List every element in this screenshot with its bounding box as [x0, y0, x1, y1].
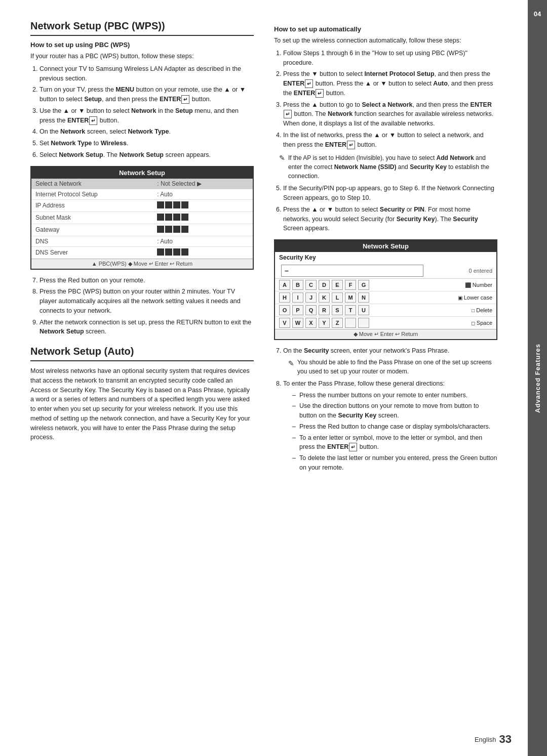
list-item: In the list of networks, press the ▲ or … — [283, 131, 497, 150]
key-D[interactable]: D — [319, 280, 330, 290]
table-row: H I J K L M N ▣ Lower case — [275, 291, 496, 304]
table-cell: V W X Y Z — [275, 317, 429, 329]
note-icon: ✎ — [288, 358, 294, 376]
key-W[interactable]: W — [292, 318, 303, 328]
key-A[interactable]: A — [279, 280, 290, 290]
key-action-space: ◻ Space — [429, 317, 496, 329]
list-item: Press the PBC (WPS) button on your route… — [40, 287, 254, 315]
key-X[interactable]: X — [305, 318, 317, 328]
security-key-footer: ◆ Move ↵ Enter ↩ Return — [275, 329, 496, 339]
auto-steps-list: Follow Steps 1 through 6 in the "How to … — [283, 49, 497, 150]
table-cell-value — [153, 212, 253, 224]
note-pass: ✎ You should be able to find the Pass Ph… — [288, 358, 497, 376]
table-row: A B C D E F G ⬛ Number — [275, 279, 496, 291]
table-cell: Security Key — [275, 252, 496, 263]
pbc-title: Network Setup (PBC (WPS)) — [30, 20, 254, 36]
note-text: If the AP is set to Hidden (Invisible), … — [288, 153, 497, 181]
list-item: Use the direction buttons on your remote… — [292, 401, 497, 421]
key-P[interactable]: P — [292, 305, 303, 315]
table-cell-label: DNS Server — [31, 246, 153, 259]
key-Y[interactable]: Y — [319, 318, 330, 328]
key-blank1[interactable] — [345, 318, 356, 328]
steps-7-8-list: On the Security screen, enter your netwo… — [283, 346, 497, 473]
page-footer: English 33 — [475, 733, 512, 746]
table-cell: 0 entered — [429, 263, 496, 279]
page-number: 33 — [499, 733, 512, 746]
list-item: Follow Steps 1 through 6 in the "How to … — [283, 49, 497, 68]
list-item: To enter the Pass Phrase, follow these g… — [283, 379, 497, 473]
pbc-intro: If your router has a PBC (WPS) button, f… — [30, 52, 254, 61]
list-item: Press the number buttons on your remote … — [292, 391, 497, 400]
subnet-blocks — [157, 214, 188, 221]
list-item: Set Network Type to Wireless. — [40, 139, 254, 148]
key-G[interactable]: G — [358, 280, 369, 290]
list-item: On the Security screen, enter your netwo… — [283, 346, 497, 376]
table-cell-value — [153, 246, 253, 259]
key-V[interactable]: V — [279, 318, 290, 328]
key-N[interactable]: N — [358, 292, 369, 303]
dns-blocks — [157, 248, 188, 256]
table-cell-label: IP Address — [31, 199, 153, 212]
table-cell-value — [153, 199, 253, 212]
key-O[interactable]: O — [279, 305, 290, 315]
list-item: Turn on your TV, press the MENU button o… — [40, 85, 254, 104]
key-L[interactable]: L — [332, 292, 343, 303]
pbc-steps-list: Connect your TV to Samsung Wireless LAN … — [40, 64, 254, 160]
key-S[interactable]: S — [332, 305, 343, 315]
letter-row-1: A B C D E F G — [279, 280, 425, 290]
key-E[interactable]: E — [332, 280, 343, 290]
key-K[interactable]: K — [319, 292, 330, 303]
table-cell: H I J K L M N — [275, 291, 429, 304]
key-J[interactable]: J — [305, 292, 317, 303]
table-row: DNS Server — [31, 246, 253, 259]
list-item: On the Network screen, select Network Ty… — [40, 127, 254, 137]
table-cell-label: Select a Network — [31, 179, 153, 189]
list-item: If the Security/PIN pop-up appears, go t… — [283, 184, 497, 203]
key-blank2[interactable] — [358, 318, 369, 328]
list-item: Select Network Setup. The Network Setup … — [40, 150, 254, 160]
key-action-lowercase: ▣ Lower case — [429, 291, 496, 304]
key-Q[interactable]: Q — [305, 305, 317, 315]
key-action-number: ⬛ Number — [429, 279, 496, 291]
key-T[interactable]: T — [345, 305, 356, 315]
list-item: Press the Red button to change case or d… — [292, 422, 497, 432]
table-cell-value: : Not Selected ▶ — [153, 179, 253, 189]
language-label: English — [475, 736, 496, 743]
auto-intro-right: To set up the wireless connection automa… — [274, 36, 497, 46]
letter-row-3: O P Q R S T U — [279, 305, 425, 315]
table-cell-label: Internet Protocol Setup — [31, 189, 153, 199]
table-cell-label: Gateway — [31, 224, 153, 236]
key-R[interactable]: R — [319, 305, 330, 315]
table-row: Internet Protocol Setup : Auto — [31, 189, 253, 199]
gateway-blocks — [157, 226, 188, 233]
table-cell: – — [275, 263, 429, 279]
key-F[interactable]: F — [345, 280, 356, 290]
key-H[interactable]: H — [279, 292, 290, 303]
auto-steps-cont-list: If the Security/PIN pop-up appears, go t… — [283, 184, 497, 233]
letter-row-2: H I J K L M N — [279, 292, 425, 303]
network-setup-table: Select a Network : Not Selected ▶ Intern… — [31, 179, 253, 259]
key-M[interactable]: M — [345, 292, 356, 303]
pbc-steps-cont-list: Press the Red button on your remote. Pre… — [40, 276, 254, 337]
key-U[interactable]: U — [358, 305, 369, 315]
table-row: Subnet Mask — [31, 212, 253, 224]
security-key-label: Security Key — [279, 254, 316, 261]
ip-blocks — [157, 201, 188, 208]
chapter-tab: 04 Advanced Features — [528, 0, 547, 756]
key-input-area: – — [281, 265, 423, 277]
key-Z[interactable]: Z — [332, 318, 343, 328]
list-item: Press the ▲ or ▼ button to select Securi… — [283, 205, 497, 233]
network-setup-box-title: Network Setup — [31, 167, 253, 179]
pbc-heading: How to set up using PBC (WPS) — [30, 41, 254, 49]
table-row: O P Q R S T U □ Delete — [275, 304, 496, 317]
table-cell: A B C D E F G — [275, 279, 429, 291]
key-B[interactable]: B — [292, 280, 303, 290]
key-action-delete: □ Delete — [429, 304, 496, 317]
list-item: Use the ▲ or ▼ button to select Network … — [40, 106, 254, 125]
left-column: Network Setup (PBC (WPS)) How to set up … — [30, 20, 254, 477]
list-item: Press the Red button on your remote. — [40, 276, 254, 285]
key-I[interactable]: I — [292, 292, 303, 303]
right-column: How to set up automatically To set up th… — [274, 20, 497, 477]
key-C[interactable]: C — [305, 280, 317, 290]
security-key-table: Security Key – — [275, 252, 496, 329]
